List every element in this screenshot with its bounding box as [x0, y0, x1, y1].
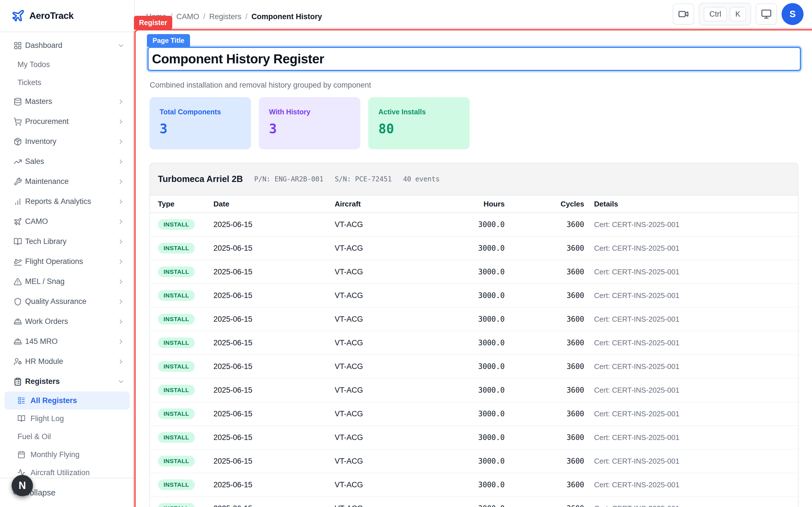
sidebar-item-monthly-flying[interactable]: Monthly Flying — [4, 446, 130, 464]
command-palette-shortcut[interactable]: Ctrl K — [699, 3, 751, 25]
sidebar-item-label: Tickets — [17, 78, 124, 87]
breadcrumb-link-registers[interactable]: Registers — [209, 12, 241, 21]
stat-card-total-components: Total Components3 — [149, 97, 251, 149]
sidebar-item-tickets[interactable]: Tickets — [4, 73, 130, 92]
breadcrumb-link-camo[interactable]: CAMO — [176, 12, 199, 21]
aircraft-cell: VT-ACG — [335, 244, 421, 252]
component-events-count: 40 events — [403, 175, 440, 183]
chevron-right-icon — [117, 158, 124, 165]
aircraft-cell: VT-ACG — [335, 457, 421, 466]
aircraft-cell: VT-ACG — [335, 291, 421, 300]
cycles-cell: 3600 — [505, 291, 584, 300]
sidebar-item-inventory[interactable]: Inventory — [4, 131, 130, 152]
sidebar-item-all-registers[interactable]: All Registers — [4, 392, 130, 409]
sidebar-item-work-orders[interactable]: Work Orders — [4, 312, 130, 332]
history-row: INSTALL2025-06-15VT-ACG3000.03600Cert: C… — [150, 450, 798, 473]
sidebar-item-flight-operations[interactable]: Flight Operations — [4, 251, 130, 272]
stat-label: Total Components — [160, 108, 251, 116]
plane-icon — [13, 217, 22, 226]
history-row: INSTALL2025-06-15VT-ACG3000.03600Cert: C… — [150, 426, 798, 450]
event-type-badge: INSTALL — [158, 314, 195, 325]
sidebar-item-dashboard[interactable]: Dashboard — [4, 36, 130, 55]
hours-cell: 3000.0 — [421, 481, 505, 489]
hours-cell: 3000.0 — [421, 339, 505, 347]
sidebar-item-masters[interactable]: Masters — [4, 92, 130, 112]
event-type-badge: INSTALL — [158, 480, 195, 490]
details-cell: Cert: CERT-INS-2025-001 — [584, 504, 790, 507]
sidebar-item-quality-assurance[interactable]: Quality Assurance — [4, 291, 130, 312]
chevron-down-icon — [117, 378, 124, 385]
chevron-right-icon — [117, 138, 124, 145]
sidebar-item-label: All Registers — [31, 396, 124, 405]
sidebar-item-procurement[interactable]: Procurement — [4, 112, 130, 131]
details-cell: Cert: CERT-INS-2025-001 — [584, 339, 790, 347]
chevron-right-icon — [117, 218, 124, 225]
breadcrumb-separator: / — [203, 12, 206, 21]
aircraft-cell: VT-ACG — [335, 481, 421, 489]
event-type-badge: INSTALL — [158, 267, 195, 277]
page-title-annotation-box: Component History Register — [147, 47, 801, 71]
component-name: Turbomeca Arriel 2B — [158, 174, 243, 184]
sidebar-item-label: Tech Library — [25, 237, 117, 246]
event-type-cell: INSTALL — [158, 290, 213, 301]
sidebar-item-hr-module[interactable]: HR Module — [4, 351, 130, 372]
page-subtitle: Combined installation and removal histor… — [150, 81, 371, 90]
chevron-right-icon — [117, 338, 124, 345]
brand-name: AeroTrack — [29, 10, 73, 21]
sidebar-item-mel-snag[interactable]: MEL / Snag — [4, 272, 130, 291]
book-open-icon — [17, 414, 26, 422]
hours-cell: 3000.0 — [421, 315, 505, 323]
details-cell: Cert: CERT-INS-2025-001 — [584, 315, 790, 324]
sidebar-item-registers[interactable]: Registers — [4, 372, 130, 392]
sidebar-item-camo[interactable]: CAMO — [4, 212, 130, 231]
plane-takeoff-icon — [13, 258, 22, 266]
cycles-cell: 3600 — [505, 386, 584, 394]
event-date-cell: 2025-06-15 — [213, 315, 335, 324]
sidebar-item-label: Flight Operations — [25, 257, 117, 266]
cycles-cell: 3600 — [505, 457, 584, 465]
details-cell: Cert: CERT-INS-2025-001 — [584, 244, 790, 252]
layout-list-icon — [17, 397, 26, 404]
details-cell: Cert: CERT-INS-2025-001 — [584, 457, 790, 466]
event-type-badge: INSTALL — [158, 337, 195, 348]
calendar-icon — [17, 451, 26, 459]
video-button[interactable] — [673, 3, 694, 25]
sidebar-item-label: MEL / Snag — [25, 277, 117, 286]
sidebar-item-label: Reports & Analytics — [25, 197, 117, 206]
history-row: INSTALL2025-06-15VT-ACG3000.03600Cert: C… — [150, 402, 798, 426]
event-type-cell: INSTALL — [158, 503, 213, 507]
user-avatar[interactable]: S — [781, 3, 804, 25]
hard-hat-icon — [13, 337, 22, 346]
sidebar-item-label: Registers — [25, 377, 117, 386]
sidebar-item-reports-analytics[interactable]: Reports & Analytics — [4, 191, 130, 212]
event-type-cell: INSTALL — [158, 337, 213, 348]
cycles-cell: 3600 — [505, 409, 584, 418]
event-type-cell: INSTALL — [158, 314, 213, 325]
sidebar-item-flight-log[interactable]: Flight Log — [4, 409, 130, 428]
event-type-badge: INSTALL — [158, 219, 195, 230]
shield-icon — [13, 297, 22, 306]
event-date-cell: 2025-06-15 — [213, 244, 335, 252]
sidebar-item-fuel-oil[interactable]: Fuel & Oil — [4, 428, 130, 446]
sidebar-item-tech-library[interactable]: Tech Library — [4, 231, 130, 251]
chevron-right-icon — [117, 178, 124, 185]
chevron-right-icon — [117, 198, 124, 205]
sidebar-item-label: Work Orders — [25, 317, 117, 326]
sidebar-item-145-mro[interactable]: 145 MRO — [4, 332, 130, 351]
history-row: INSTALL2025-06-15VT-ACG3000.03600Cert: C… — [150, 473, 798, 497]
sidebar-item-sales[interactable]: Sales — [4, 152, 130, 172]
event-date-cell: 2025-06-15 — [213, 409, 335, 418]
sidebar-item-label: CAMO — [25, 217, 117, 226]
hours-cell: 3000.0 — [421, 220, 505, 229]
cycles-cell: 3600 — [505, 504, 584, 507]
stats-row: Total Components3With History3Active Ins… — [149, 97, 470, 149]
package-icon — [13, 137, 22, 146]
brand[interactable]: AeroTrack — [0, 0, 134, 32]
floating-avatar[interactable]: N — [11, 475, 33, 496]
sidebar-item-my-todos[interactable]: My Todos — [4, 55, 130, 73]
sidebar-item-maintenance[interactable]: Maintenance — [4, 172, 130, 191]
display-button[interactable] — [756, 3, 777, 25]
event-type-cell: INSTALL — [158, 408, 213, 419]
database-icon — [13, 98, 22, 106]
sidebar-item-label: Inventory — [25, 137, 117, 146]
